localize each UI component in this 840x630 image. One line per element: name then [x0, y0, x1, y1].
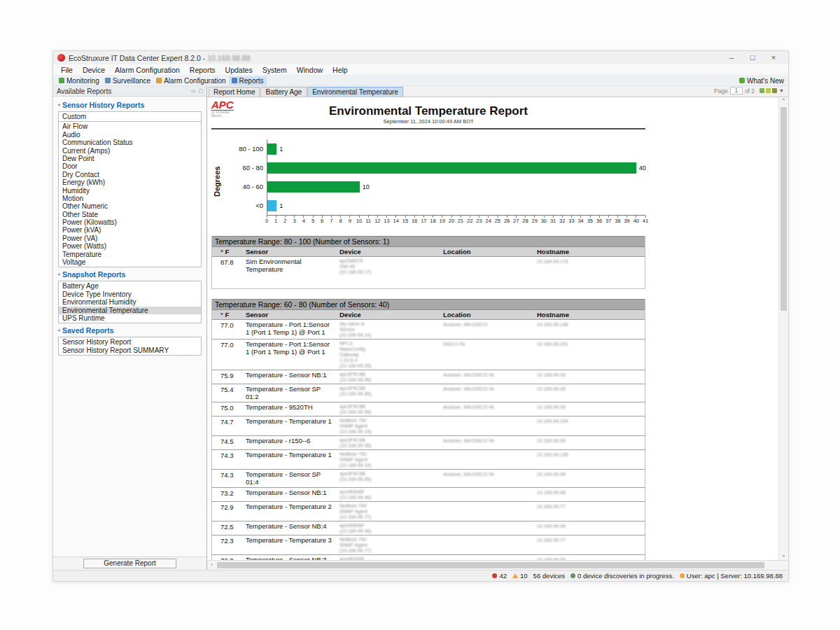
report-viewport[interactable]: APC by Schneider Electric Environmental …	[207, 97, 788, 560]
x-tick: 16	[412, 216, 417, 224]
report-item-power-kilowatts[interactable]: Power (Kilowatts)	[59, 218, 201, 226]
perspective-monitoring[interactable]: Monitoring	[56, 76, 102, 85]
tab-report-home[interactable]: Report Home	[209, 87, 260, 97]
perspective-surveillance[interactable]: Surveillance	[102, 76, 153, 85]
horizontal-scrollbar[interactable]: ‹	[207, 560, 788, 570]
cell-temperature: 74.5	[212, 436, 243, 449]
device-line: (10.169.99.95)	[340, 377, 438, 383]
report-item-ups-runtime[interactable]: UPS Runtime	[59, 314, 201, 322]
chart-bar-row: <01	[223, 196, 645, 215]
scroll-left-icon[interactable]: ‹	[207, 561, 216, 569]
reports-icon	[232, 78, 237, 83]
tab-environmental-temperature[interactable]: Environmental Temperature	[307, 87, 403, 97]
x-tick: 9	[349, 216, 351, 224]
report-item-power-va[interactable]: Power (VA)	[59, 234, 201, 242]
report-item-communication-status[interactable]: Communication Status	[59, 139, 201, 146]
report-item-dry-contact[interactable]: Dry Contact	[59, 171, 201, 178]
section-header-snapshot-reports[interactable]: ▾Snapshot Reports	[58, 270, 202, 279]
report-item-sensor-history-report-summary[interactable]: Sensor History Report SUMMARY	[59, 346, 201, 354]
device-line: SNMP Agent	[340, 424, 438, 429]
report-item-power-kva[interactable]: Power (kVA)	[59, 226, 201, 234]
report-item-voltage[interactable]: Voltage	[59, 258, 201, 266]
cell-location: Andover, MA DISCO IN	[440, 470, 534, 487]
cell-temperature: 87.8	[212, 257, 243, 276]
report-item-device-type-inventory[interactable]: Device Type Inventory	[59, 290, 201, 298]
device-line: (10.169.99.77)	[340, 514, 438, 520]
report-item-environmental-temperature[interactable]: Environmental Temperature	[59, 307, 201, 314]
panel-minimize-icon[interactable]: ▭	[191, 88, 196, 94]
section-header-sensor-history-reports[interactable]: ▾Sensor History Reports	[58, 101, 202, 109]
report-item-humidity[interactable]: Humidity	[59, 187, 201, 195]
tick-label: 18	[430, 218, 435, 224]
x-tick: 12	[374, 216, 380, 224]
save-report-icon[interactable]	[772, 88, 777, 93]
chart-track: 10	[267, 177, 645, 196]
tick-label: 32	[559, 218, 565, 224]
print-report-icon[interactable]	[766, 88, 771, 93]
x-tick: 2	[284, 216, 286, 224]
perspective-alarm-configuration[interactable]: Alarm Configuration	[153, 76, 228, 85]
whats-new-link[interactable]: What's New	[739, 77, 785, 85]
report-item-battery-age[interactable]: Battery Age	[59, 282, 201, 290]
cell-hostname: 10.169.99.194	[534, 416, 645, 435]
generate-report-button[interactable]: Generate Report	[83, 559, 176, 568]
menu-file[interactable]: File	[56, 66, 78, 74]
chart-bar	[267, 162, 636, 174]
report-item-energy-kwh[interactable]: Energy (kWh)	[59, 178, 201, 186]
scroll-up-icon[interactable]: ⌃	[779, 97, 788, 106]
report-item-sensor-history-report[interactable]: Sensor History Report	[59, 338, 201, 346]
report-item-other-numeric[interactable]: Other Numeric	[59, 202, 201, 210]
report-item-motion[interactable]: Motion	[59, 195, 201, 202]
report-item-audio[interactable]: Audio	[59, 131, 201, 139]
tab-battery-age[interactable]: Battery Age	[260, 87, 307, 97]
close-button[interactable]: ×	[763, 51, 784, 64]
report-item-temperature[interactable]: Temperature	[59, 251, 201, 258]
menu-system[interactable]: System	[258, 66, 292, 74]
maximize-button[interactable]: □	[742, 51, 763, 64]
report-item-dew-point[interactable]: Dew Point	[59, 155, 201, 162]
x-tick: 39	[624, 216, 629, 224]
report-item-air-flow[interactable]: Air Flow	[59, 122, 201, 130]
menu-updates[interactable]: Updates	[220, 66, 258, 74]
x-tick: 41	[643, 216, 648, 224]
report-item-environmental-humidity[interactable]: Environmental Humidity	[59, 298, 201, 306]
export-report-icon[interactable]	[760, 88, 764, 93]
device-line: NetBotz 750	[340, 537, 438, 542]
chevron-icon: ▾	[58, 328, 60, 332]
device-line: (10.169.99.95)	[340, 443, 438, 449]
page-number-input[interactable]: 1	[730, 87, 743, 94]
temperature-range-table-1: Temperature Range: 60 - 80 (Number of Se…	[211, 299, 645, 560]
vertical-scrollbar[interactable]: ⌃ ⌄	[778, 97, 788, 560]
menu-reports[interactable]: Reports	[185, 66, 220, 74]
vertical-scrollbar-thumb[interactable]	[780, 107, 787, 311]
x-tick: 32	[559, 216, 565, 224]
scroll-down-icon[interactable]: ⌄	[779, 551, 788, 560]
export-dropdown-icon[interactable]: ▼	[779, 88, 784, 93]
cell-hostname: 10.169.99.95	[534, 384, 645, 402]
report-item-custom[interactable]: Custom	[59, 113, 201, 120]
tick-label: 40	[634, 218, 639, 224]
report-item-door[interactable]: Door	[59, 162, 201, 170]
cell-sensor: Temperature - Temperature 1	[243, 450, 337, 469]
perspective-reports[interactable]: Reports	[229, 76, 267, 85]
page-of-label: of 2	[745, 88, 755, 94]
panel-maximize-icon[interactable]: ▢	[198, 88, 203, 94]
horizontal-scrollbar-thumb[interactable]	[217, 562, 764, 568]
report-item-power-watts[interactable]: Power (Watts)	[59, 242, 201, 250]
menu-device[interactable]: Device	[78, 66, 110, 74]
tick-label: 19	[440, 218, 445, 224]
cell-hostname: 10.169.99.95	[534, 470, 645, 487]
cell-device: My name isSensor(10.169.99.14)	[337, 320, 440, 339]
tick-label: 34	[578, 218, 583, 224]
menu-alarm-configuration[interactable]: Alarm Configuration	[110, 66, 185, 74]
report-item-current-amps[interactable]: Current (Amps)	[59, 147, 201, 155]
tick-label: 24	[486, 218, 491, 224]
report-item-other-state[interactable]: Other State	[59, 211, 201, 218]
menu-help[interactable]: Help	[328, 66, 353, 74]
surveillance-icon	[105, 78, 111, 83]
section-header-saved-reports[interactable]: ▾Saved Reports	[58, 326, 202, 335]
cell-location	[440, 416, 534, 435]
minimize-button[interactable]: –	[721, 51, 742, 64]
device-line: apc3F9C6B	[340, 404, 438, 410]
menu-window[interactable]: Window	[292, 66, 328, 74]
